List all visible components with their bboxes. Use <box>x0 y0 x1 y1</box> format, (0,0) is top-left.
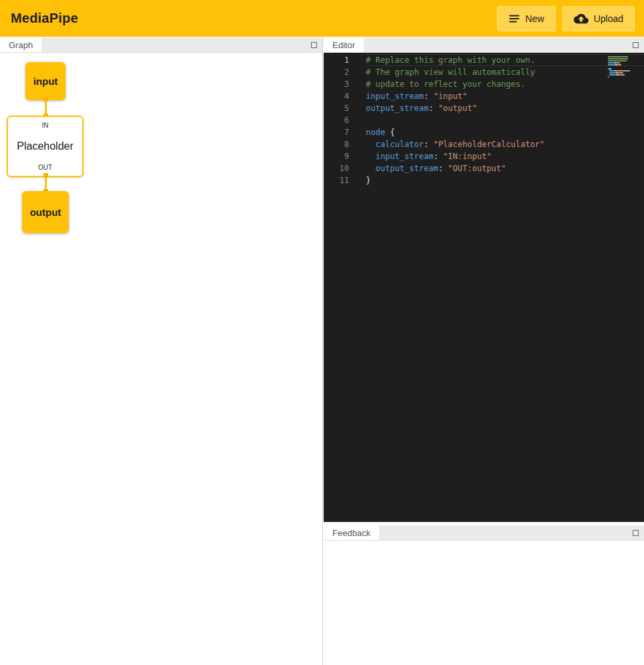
minimap-line <box>608 64 636 65</box>
input-port-label: IN <box>42 122 49 129</box>
edge-line <box>45 102 47 114</box>
edge-connector <box>43 97 48 102</box>
notes-icon <box>508 13 520 25</box>
editor-tabbar: Editor <box>324 37 644 53</box>
line-number: 2 <box>324 66 349 78</box>
node-label: input <box>33 76 58 87</box>
tab-editor[interactable]: Editor <box>324 37 364 52</box>
minimap-line <box>608 56 636 57</box>
line-number: 9 <box>324 150 349 162</box>
code-line: output_stream: "OUT:output" <box>366 162 644 174</box>
code-line: node { <box>366 126 644 138</box>
minimap-line <box>608 62 636 63</box>
line-number: 11 <box>324 174 349 186</box>
graph-tabbar: Graph <box>0 37 322 53</box>
feedback-content <box>324 541 644 665</box>
feedback-panel: Feedback <box>324 525 644 665</box>
line-number: 6 <box>324 114 349 126</box>
code-line: # update to reflect your changes. <box>366 78 644 90</box>
edge-line <box>45 178 47 189</box>
editor-code-lines[interactable]: # Replace this graph with your own.# The… <box>361 54 644 522</box>
feedback-tabbar: Feedback <box>324 525 644 541</box>
node-label: output <box>30 207 62 218</box>
tab-graph[interactable]: Graph <box>0 37 41 52</box>
line-number: 10 <box>324 162 349 174</box>
code-line: input_stream: "IN:input" <box>366 150 644 162</box>
node-label: Placeholder <box>17 140 74 152</box>
maximize-icon[interactable] <box>633 42 639 48</box>
app-header: MediaPipe New Upload <box>0 0 644 37</box>
editor-minimap[interactable] <box>608 56 636 78</box>
graph-canvas[interactable]: input IN Placeholder OUT output <box>0 53 322 665</box>
maximize-icon[interactable] <box>633 530 639 536</box>
code-line <box>366 114 644 126</box>
minimap-line <box>608 58 636 59</box>
line-number: 1 <box>324 54 349 66</box>
maximize-icon[interactable] <box>311 42 317 48</box>
code-line: # Replace this graph with your own. <box>366 54 644 66</box>
app-title: MediaPipe <box>11 11 78 26</box>
minimap-line <box>608 74 636 76</box>
code-line: } <box>366 174 644 186</box>
editor-panel: Editor 1234567891011 # Replace this grap… <box>324 37 644 522</box>
graph-panel: Graph input IN Placeholder OUT output <box>0 37 323 665</box>
minimap-line <box>608 60 636 61</box>
output-port-label: OUT <box>38 164 52 171</box>
editor-gutter: 1234567891011 <box>324 54 361 522</box>
line-number: 5 <box>324 102 349 114</box>
line-number: 3 <box>324 78 349 90</box>
new-button-label: New <box>526 13 544 24</box>
minimap-line <box>608 66 636 68</box>
edge-connector <box>43 173 48 178</box>
line-number: 8 <box>324 138 349 150</box>
code-line: output_stream: "output" <box>366 102 644 114</box>
code-editor[interactable]: 1234567891011 # Replace this graph with … <box>324 53 644 522</box>
header-buttons: New Upload <box>497 6 635 31</box>
upload-button[interactable]: Upload <box>562 6 635 31</box>
minimap-line <box>608 68 636 70</box>
code-line: calculator: "PlaceholderCalculator" <box>366 138 644 150</box>
line-number: 7 <box>324 126 349 138</box>
code-line: input_stream: "input" <box>366 90 644 102</box>
tab-feedback[interactable]: Feedback <box>324 525 379 540</box>
new-button[interactable]: New <box>497 6 556 31</box>
upload-button-label: Upload <box>594 13 623 24</box>
graph-node-placeholder[interactable]: IN Placeholder OUT <box>7 116 84 177</box>
cloud-upload-icon <box>574 11 588 26</box>
minimap-line <box>608 76 636 78</box>
line-number: 4 <box>324 90 349 102</box>
graph-node-output[interactable]: output <box>22 191 69 233</box>
minimap-line <box>608 70 636 72</box>
minimap-line <box>608 72 636 74</box>
graph-node-input[interactable]: input <box>25 62 66 100</box>
code-line: # The graph view will automatically <box>366 66 644 78</box>
